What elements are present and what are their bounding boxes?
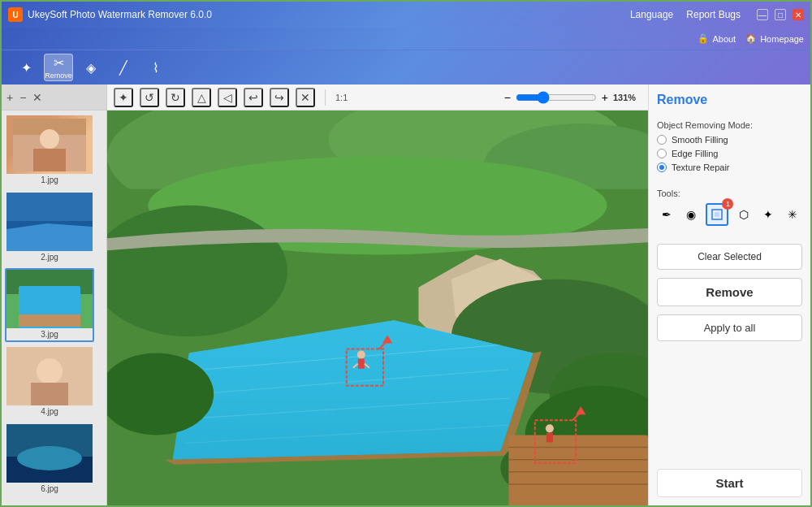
right-panel: Remove Object Removing Mode: Smooth Fill… bbox=[648, 84, 810, 505]
apply-to-all-button[interactable]: Apply to all bbox=[657, 314, 802, 341]
delete-button[interactable]: ✕ bbox=[296, 88, 315, 107]
about-bar: 🔒 About 🏠 Homepage bbox=[2, 28, 810, 50]
svg-point-37 bbox=[357, 350, 365, 358]
main-toolbar: ✦ ✂ Remove ◈ ╱ ⌇ bbox=[2, 50, 810, 84]
edge-filling-option[interactable]: Edge Filling bbox=[657, 149, 802, 158]
tools-label: Tools: bbox=[657, 188, 802, 198]
about-button[interactable]: 🔒 About bbox=[698, 33, 736, 44]
rotate-ccw-button[interactable]: ↺ bbox=[140, 88, 159, 107]
star-tool-button[interactable]: ✳ bbox=[783, 203, 802, 226]
canvas-viewport[interactable] bbox=[107, 110, 648, 505]
flip-v-button[interactable]: △ bbox=[192, 88, 211, 107]
zoom-plus-icon[interactable]: + bbox=[602, 91, 608, 104]
tool-badge: 1 bbox=[722, 198, 733, 210]
zoom-slider[interactable] bbox=[516, 91, 597, 104]
zoom-percent: 131% bbox=[613, 93, 641, 102]
canvas-image bbox=[107, 110, 648, 505]
image-thumb-1[interactable]: 1.jpg bbox=[5, 114, 94, 188]
remove-button[interactable]: Remove bbox=[657, 278, 802, 306]
object-removing-section: Object Removing Mode: Smooth Filling Edg… bbox=[657, 120, 802, 180]
panel-spacer bbox=[657, 349, 802, 461]
image-label-4: 4.jpg bbox=[6, 405, 93, 418]
pin-tool-button[interactable]: ✦ bbox=[11, 54, 41, 81]
rotate-cw-button[interactable]: ↻ bbox=[166, 88, 185, 107]
panel-title: Remove bbox=[657, 93, 802, 107]
title-nav: Language Report Bugs bbox=[630, 9, 741, 20]
tools-row: ✒ ◉ 1 ⬡ ✦ ✳ bbox=[657, 203, 802, 226]
zoom-controls: − + 131% bbox=[504, 91, 641, 104]
magic-wand-button[interactable]: ✦ bbox=[758, 203, 778, 226]
title-bar: U UkeySoft Photo Watermark Remover 6.0.0… bbox=[2, 2, 810, 28]
report-bugs-link[interactable]: Report Bugs bbox=[686, 9, 741, 20]
image-label-1: 1.jpg bbox=[6, 174, 93, 186]
image-thumb-2[interactable]: 2.jpg bbox=[5, 191, 94, 265]
image-thumb-4[interactable]: 4.jpg bbox=[5, 345, 94, 419]
app-logo: U bbox=[8, 7, 23, 22]
close-button[interactable]: ✕ bbox=[793, 9, 804, 20]
drop-icon: ◈ bbox=[86, 60, 96, 76]
language-link[interactable]: Language bbox=[630, 9, 673, 20]
svg-rect-42 bbox=[546, 432, 553, 442]
svg-rect-3 bbox=[33, 149, 66, 171]
image-list: + − ✕ 1.jpg bbox=[2, 84, 107, 505]
remove-tool-button[interactable]: ✂ Remove bbox=[44, 54, 73, 81]
main-image-svg bbox=[107, 110, 648, 505]
texture-repair-radio[interactable] bbox=[657, 162, 667, 172]
main-area: + − ✕ 1.jpg bbox=[2, 84, 810, 505]
svg-point-15 bbox=[17, 446, 82, 470]
texture-repair-option[interactable]: Texture Repair bbox=[657, 162, 802, 172]
circle-select-tool-button[interactable]: ◉ bbox=[681, 203, 701, 226]
minimize-button[interactable]: — bbox=[757, 9, 768, 20]
add-image-button[interactable]: + bbox=[6, 91, 13, 104]
zoom-minus-icon[interactable]: − bbox=[504, 91, 511, 104]
remove-tool-label: Remove bbox=[45, 72, 72, 80]
smooth-filling-label: Smooth Filling bbox=[672, 135, 728, 145]
clear-selected-button[interactable]: Clear Selected bbox=[657, 244, 802, 270]
remove-image-button[interactable]: − bbox=[19, 91, 26, 104]
pen-tool-button[interactable]: ✒ bbox=[657, 203, 676, 226]
object-removing-label: Object Removing Mode: bbox=[657, 120, 802, 130]
start-button[interactable]: Start bbox=[657, 469, 802, 497]
app-window: U UkeySoft Photo Watermark Remover 6.0.0… bbox=[0, 0, 812, 507]
tools-section: Tools: ✒ ◉ 1 ⬡ ✦ bbox=[657, 188, 802, 236]
close-image-button[interactable]: ✕ bbox=[32, 91, 42, 104]
edge-filling-label: Edge Filling bbox=[672, 149, 718, 158]
svg-rect-50 bbox=[715, 212, 719, 217]
svg-rect-12 bbox=[31, 383, 68, 405]
brush-tool-button[interactable]: ╱ bbox=[109, 54, 138, 81]
svg-point-2 bbox=[40, 129, 59, 149]
home-icon: 🏠 bbox=[745, 33, 757, 44]
homepage-button[interactable]: 🏠 Homepage bbox=[745, 33, 804, 44]
svg-rect-32 bbox=[508, 435, 648, 505]
app-title: UkeySoft Photo Watermark Remover 6.0.0 bbox=[28, 9, 630, 20]
edge-filling-radio[interactable] bbox=[657, 149, 667, 158]
brush-icon: ╱ bbox=[119, 60, 127, 76]
image-list-scroll: 1.jpg 2.jpg bbox=[2, 110, 106, 505]
smooth-filling-option[interactable]: Smooth Filling bbox=[657, 135, 802, 145]
scissors-icon: ✂ bbox=[54, 55, 64, 71]
drop-tool-button[interactable]: ◈ bbox=[76, 54, 106, 81]
undo-button[interactable]: ↩ bbox=[244, 88, 263, 107]
image-label-3: 3.jpg bbox=[6, 328, 93, 340]
mode-radio-group: Smooth Filling Edge Filling Texture Repa… bbox=[657, 135, 802, 172]
polygon-tool-button[interactable]: ⬡ bbox=[733, 203, 753, 226]
redo-button[interactable]: ↪ bbox=[270, 88, 289, 107]
flip-h-button[interactable]: ◁ bbox=[218, 88, 237, 107]
svg-point-11 bbox=[37, 358, 63, 384]
image-label-5: 6.jpg bbox=[6, 483, 93, 495]
canvas-area: ✦ ↺ ↻ △ ◁ ↩ ↪ ✕ 1:1 − + 131% bbox=[107, 84, 648, 505]
grid-tool-button[interactable]: ✦ bbox=[114, 88, 133, 107]
image-thumb-3[interactable]: 3.jpg bbox=[5, 268, 94, 342]
image-thumb-5[interactable]: 6.jpg bbox=[5, 422, 94, 496]
svg-rect-9 bbox=[19, 314, 80, 327]
svg-point-41 bbox=[546, 424, 554, 432]
smooth-filling-radio[interactable] bbox=[657, 135, 667, 145]
lasso-icon: ⌇ bbox=[153, 60, 159, 76]
lasso-tool-button[interactable]: ⌇ bbox=[141, 54, 171, 81]
texture-repair-label: Texture Repair bbox=[672, 162, 730, 172]
pin-icon: ✦ bbox=[21, 60, 32, 76]
maximize-button[interactable]: □ bbox=[775, 9, 786, 20]
toolbar-separator bbox=[325, 89, 326, 106]
lock-icon: 🔒 bbox=[698, 33, 709, 44]
canvas-toolbar: ✦ ↺ ↻ △ ◁ ↩ ↪ ✕ 1:1 − + 131% bbox=[107, 84, 648, 110]
